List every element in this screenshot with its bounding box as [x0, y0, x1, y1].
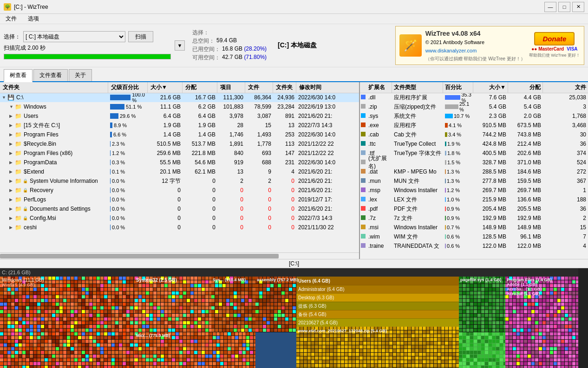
tree-col-size[interactable]: 大小▼ [148, 82, 183, 93]
tree-row[interactable]: ▶📁$Extend 0.1 % 20.1 MB62.1 MB13942021/6… [0, 168, 359, 177]
tree-row[interactable]: ▶📁🔒Config.Msi 0.0 % 000002022/7/3 14:3 [0, 214, 359, 223]
row-modified: 2022/6/30 14:0 [296, 131, 359, 138]
expand-icon[interactable]: ▶ [9, 123, 14, 128]
expand-icon[interactable]: ▼ [9, 104, 14, 109]
ext-alloc: 212.4 MB [508, 141, 543, 147]
ext-row[interactable]: .lex LEX 文件 1.0 % 215.9 MB 136.6 MB 188 [360, 195, 588, 205]
menu-options[interactable]: 选项 [26, 14, 41, 24]
expand-icon[interactable]: ▶ [9, 179, 14, 183]
tree-body[interactable]: ▼💾C:\ 100.0 % 21.6 GB16.7 GB111,30086,36… [0, 93, 359, 252]
treemap-assembly[interactable] [255, 277, 296, 332]
ext-row[interactable]: .msp Windows Installer 1.2 % 269.7 MB 26… [360, 186, 588, 195]
treemap-user-item[interactable]: 20210627 (5.4 GB) [296, 318, 459, 327]
tree-row[interactable]: ▶📁🔒Documents and Settings 0.0 % 00000202… [0, 205, 359, 214]
treemap-windows-segment[interactable] [0, 277, 135, 368]
tree-col-modified[interactable]: 修改时间 [296, 82, 359, 93]
maximize-button[interactable]: □ [558, 2, 570, 12]
treemap-micr[interactable] [135, 332, 255, 368]
tree-row[interactable]: ▶📁$Recycle.Bin 2.3 % 510.5 MB513.7 MB1,8… [0, 140, 359, 149]
expand-icon[interactable]: ▶ [9, 132, 14, 137]
treemap-zip-segment[interactable] [296, 327, 459, 368]
tree-col-items[interactable]: 项目 [217, 82, 245, 93]
tree-col-folders[interactable]: 文件夹 [273, 82, 296, 93]
ext-row[interactable]: .ttc TrueType Collect 1.9 % 424.8 MB 212… [360, 140, 588, 149]
ext-row[interactable]: (无扩展名) 1.5 % 328.7 MB 371.0 MB 524 [360, 158, 588, 168]
filter-button[interactable]: ▼ [175, 40, 185, 51]
menu-file[interactable]: 文件 [4, 14, 19, 24]
ext-col-alloc[interactable]: 分配 [508, 82, 543, 93]
tab-tree-view[interactable]: 树查看 [4, 69, 33, 82]
ext-col-ext[interactable]: 扩展名 [366, 82, 392, 93]
ext-row[interactable]: .pdf PDF 文件 0.9 % 205.4 MB 205.5 MB 36 [360, 205, 588, 214]
treemap-user-item[interactable]: 备份 (5.4 GB) [296, 310, 459, 318]
treemap-sys-segment[interactable] [211, 277, 255, 332]
tab-file-view[interactable]: 文件查看 [33, 69, 68, 81]
ext-col-type[interactable]: 文件类型 [392, 82, 443, 93]
treemap-blue-segment[interactable] [255, 332, 296, 368]
ext-row[interactable]: .dll 应用程序扩展 35.3 % 7.6 GB 4.4 GB 25,038 [360, 93, 588, 103]
ext-row[interactable]: .7z 7z 文件 0.9 % 192.9 MB 192.9 MB 2 [360, 214, 588, 223]
ext-row[interactable]: .dat KMP - MPEG Mo 1.3 % 288.5 MB 184.6 … [360, 168, 588, 177]
tree-row[interactable]: ▶📁Program Files (x86) 1.2 % 259.6 MB221.… [0, 149, 359, 158]
donate-button[interactable]: Donate [534, 32, 575, 45]
scan-button[interactable]: 扫描 [128, 31, 153, 42]
expand-icon[interactable]: ▶ [9, 151, 14, 155]
expand-icon[interactable]: ▶ [9, 207, 14, 211]
tree-hscroll[interactable] [0, 252, 359, 259]
expand-icon[interactable]: ▶ [9, 197, 14, 202]
tree-col-folder[interactable]: 文件夹 [0, 82, 108, 93]
tree-col-files[interactable]: 文件 [245, 82, 273, 93]
close-button[interactable]: ✕ [572, 2, 584, 12]
treemap[interactable]: C: (21.6 GB)Windows (11.1 GB)WinSxS (4.9… [0, 268, 578, 368]
expand-icon[interactable]: ▶ [9, 114, 14, 118]
ext-col-files[interactable]: 文件 [543, 82, 588, 93]
tree-row[interactable]: ▶📁PerfLogs 0.0 % 000002019/12/7 17: [0, 195, 359, 205]
minimize-button[interactable]: — [544, 2, 556, 12]
tree-col-pct[interactable]: 父级百分比 [108, 82, 148, 93]
ext-size: 215.9 MB [473, 196, 508, 203]
expand-icon[interactable]: ▶ [9, 188, 14, 193]
ext-col-size[interactable]: 大小▼ [473, 82, 508, 93]
tree-col-alloc[interactable]: 分配 [183, 82, 217, 93]
ext-row[interactable]: .sys 系统文件 10.7 % 2.3 GB 2.0 GB 1,768 [360, 112, 588, 121]
ext-row[interactable]: .cab Cab 文件 3.4 % 744.2 MB 743.8 MB 30 [360, 130, 588, 140]
expand-icon[interactable]: ▶ [9, 216, 14, 220]
tree-row[interactable]: ▶📁Users 29.6 % 6.4 GB6.4 GB3,9783,087891… [0, 112, 359, 121]
tree-row[interactable]: ▶📁ProgramData 0.3 % 55.5 MB54.6 MB919688… [0, 158, 359, 168]
ext-body[interactable]: .dll 应用程序扩展 35.3 % 7.6 GB 4.4 GB 25,038 … [360, 93, 588, 259]
tree-row[interactable]: ▼💾C:\ 100.0 % 21.6 GB16.7 GB111,30086,36… [0, 93, 359, 103]
main-panels: 文件夹 父级百分比 大小▼ 分配 项目 文件 文件夹 修改时间 ▼💾C:\ 10… [0, 82, 588, 259]
ext-col-pct[interactable]: 百分比 [443, 82, 473, 93]
treemap-user-item[interactable]: Desktop (6.3 GB) [296, 293, 459, 302]
tree-row[interactable]: ▶📁🔒Recovery 0.0 % 000002021/6/20 21: [0, 186, 359, 195]
tab-about[interactable]: 关于 [69, 69, 92, 81]
tree-row[interactable]: ▶📁Program Files 6.6 % 1.4 GB1.4 GB1,7461… [0, 130, 359, 140]
treemap-green-segment[interactable] [459, 332, 505, 368]
row-pct: 0.0 % [108, 225, 148, 230]
expand-icon[interactable]: ▶ [9, 142, 14, 146]
expand-icon[interactable]: ▶ [9, 160, 14, 165]
expand-icon[interactable]: ▼ [2, 95, 7, 100]
ext-row[interactable]: .traine TRAINEDDATA 文 0.6 % 122.0 MB 122… [360, 242, 588, 251]
tree-row[interactable]: ▶📁ceshi 0.0 % 000002021/11/30 22 [0, 223, 359, 232]
ext-row[interactable]: .ttf TrueType 字体文件 1.8 % 400.5 MB 202.6 … [360, 149, 588, 158]
ext-row[interactable]: .wim WIM 文件 0.6 % 128.5 MB 96.1 MB 7 [360, 232, 588, 242]
ext-row[interactable]: .exe 应用程序 4.1 % 910.5 MB 673.5 MB 3,468 [360, 121, 588, 130]
treemap-users[interactable]: Users (6.4 GB) [296, 277, 459, 285]
ext-row[interactable]: .mun MUN 文件 1.3 % 277.8 MB 159.5 MB 367 [360, 177, 588, 186]
ext-row[interactable]: .zip 压缩(zipped)文件 25.1 % 5.4 GB 5.4 GB 3 [360, 103, 588, 112]
treemap-program-files[interactable] [505, 277, 578, 368]
ext-pct-bar [445, 197, 446, 202]
treemap-user-item[interactable]: Administrator (6.4 GB) [296, 285, 459, 293]
drive-select[interactable]: [ C:] 本地磁盘 [23, 31, 125, 42]
tree-row[interactable]: ▼📁Windows 51.1 % 11.1 GB6.2 GB101,88378,… [0, 103, 359, 112]
ext-row[interactable]: .msi Windows Installer 0.7 % 148.9 MB 14… [360, 223, 588, 232]
treemap-system32[interactable] [135, 277, 211, 332]
tree-row[interactable]: ▶📁[15 文件在 C:\] 8.9 % 1.9 GB1.9 GB2815132… [0, 121, 359, 130]
tree-row[interactable]: ▶📁🔒System Volume Information 0.0 % 12 字节… [0, 177, 359, 186]
expand-icon[interactable]: ▶ [9, 225, 14, 230]
treemap-pagefile[interactable] [459, 277, 505, 332]
ext-color-cell [360, 159, 366, 166]
treemap-user-item[interactable]: 提炼 (6.3 GB) [296, 302, 459, 310]
expand-icon[interactable]: ▶ [9, 169, 14, 174]
